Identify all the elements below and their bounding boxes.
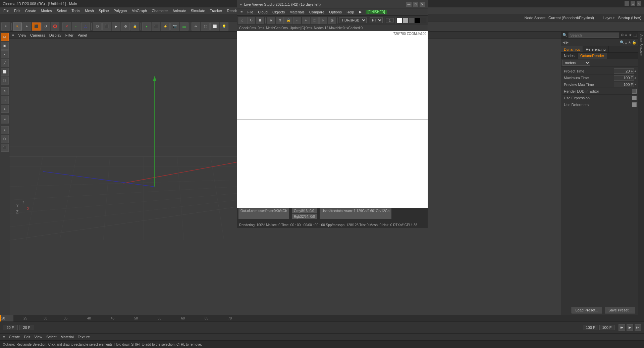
save-preset-button[interactable]: Save Preset... (605, 307, 635, 313)
lv-color-gray[interactable] (403, 18, 408, 23)
search-input[interactable] (569, 33, 619, 38)
toolbar-undo-btn[interactable]: ⭕ (51, 22, 59, 31)
toolbar-floor-btn[interactable]: ▬ (180, 22, 189, 31)
lv-color-white[interactable] (397, 18, 402, 23)
toolbar-sphere-btn[interactable]: ● (142, 22, 151, 31)
menu-animate[interactable]: Animate (170, 8, 188, 13)
lv-menu-compare[interactable]: Compare (307, 9, 326, 15)
start-frame-input[interactable] (19, 325, 34, 330)
end-frame-input[interactable] (583, 325, 598, 330)
attr-tab-dynamics[interactable]: Dynamics (561, 46, 583, 52)
lv-close[interactable]: ✕ (420, 2, 425, 7)
minimize-button[interactable]: — (625, 1, 629, 6)
menu-mograph[interactable]: MoGraph (129, 8, 149, 13)
toolbar-null-btn[interactable]: ⬛ (102, 22, 111, 31)
attr-bookmark-icon[interactable]: ★ (628, 40, 631, 45)
maximize-button[interactable]: □ (631, 1, 635, 6)
lv-color-dark[interactable] (409, 18, 414, 23)
left-btn-deform[interactable]: ↗ (1, 115, 9, 123)
left-btn-layers[interactable]: ≡ (1, 126, 9, 134)
lv-menu-materials[interactable]: Materials (287, 9, 307, 15)
live-viewer-window[interactable]: ● Live Viewer Studio 2021.1.1-(R2) (15 d… (237, 0, 428, 228)
lv-minimize[interactable]: — (406, 2, 412, 7)
current-frame-input[interactable] (3, 325, 18, 330)
bookmark-icon[interactable]: ★ (629, 33, 632, 37)
attr-stepper-preview-up[interactable]: ▲ (634, 83, 637, 86)
lv-render-mode-select[interactable]: PT DL (370, 17, 383, 23)
menu-polygon[interactable]: Polygon (112, 8, 129, 13)
menu-mesh[interactable]: Mesh (83, 8, 96, 13)
toolbar-lock-btn[interactable]: 🔒 (130, 22, 139, 31)
mat-menu-material[interactable]: Material (59, 335, 75, 339)
lv-tool-pause[interactable]: ⏸ (256, 17, 264, 24)
mat-menu-edit[interactable]: Edit (22, 335, 32, 339)
left-btn-poly[interactable]: ⬜ (1, 68, 9, 76)
menu-edit[interactable]: Edit (12, 8, 22, 13)
vp-menu-filter[interactable]: Filter (64, 33, 75, 37)
toolbar-y-btn[interactable]: ○ (72, 22, 80, 31)
attr-nav-back[interactable]: ◀ (562, 40, 565, 45)
vp-menu-icon[interactable]: ≡ (11, 33, 15, 37)
left-btn-s1[interactable]: S (1, 87, 9, 95)
toolbar-light2-btn[interactable]: 💡 (220, 22, 228, 31)
left-btn-point[interactable]: · (1, 50, 9, 58)
menu-create[interactable]: Create (23, 8, 38, 13)
toolbar-play-btn[interactable]: ▶ (112, 22, 120, 31)
toolbar-light-btn[interactable]: ⚡ (161, 22, 170, 31)
attr-sub-octane[interactable]: OctaneRender (578, 53, 607, 59)
attr-checkbox-use-expression[interactable] (632, 96, 637, 100)
attr-stepper-max-up[interactable]: ▲ (634, 76, 637, 79)
left-btn-s3[interactable]: S (1, 105, 9, 113)
timeline-play[interactable]: ▶ (627, 324, 633, 331)
menu-modes[interactable]: Modes (39, 8, 54, 13)
toolbar-cube-btn[interactable]: ⬛ (152, 22, 160, 31)
layout-value[interactable]: Startup (User) (618, 16, 641, 20)
lv-color-picker[interactable] (421, 18, 426, 23)
attr-filter-icon[interactable]: ≡ (625, 41, 627, 45)
left-btn-sculpt[interactable]: ⬛ (1, 144, 9, 152)
node-space-value[interactable]: Current (Standard/Physical) (548, 16, 594, 20)
lv-tool-sphere[interactable]: ○ (293, 17, 301, 24)
lv-menu-icon[interactable]: ≡ (238, 9, 245, 15)
lv-tool-settings[interactable]: ⚙ (276, 17, 284, 24)
toolbar-tex-btn[interactable]: ⬜ (210, 22, 219, 31)
max-frame-input[interactable] (599, 325, 614, 330)
toolbar-scale-btn[interactable]: ↺ (41, 22, 50, 31)
lv-menu-objects[interactable]: Objects (270, 9, 287, 15)
vp-menu-panel[interactable]: Panel (76, 33, 88, 37)
lv-maximize[interactable]: □ (413, 2, 418, 7)
vp-menu-display[interactable]: Display (48, 33, 63, 37)
vp-menu-view[interactable]: View (17, 33, 28, 37)
lv-color-black[interactable] (415, 18, 420, 23)
mat-menu-view[interactable]: View (33, 335, 44, 339)
lv-menu-help[interactable]: Help (344, 9, 356, 15)
lv-samples-input[interactable] (386, 18, 394, 22)
lv-menu-cloud[interactable]: Cloud (256, 9, 270, 15)
left-btn-model[interactable]: M (1, 33, 9, 41)
attr-sub-nodes[interactable]: Nodes (561, 53, 578, 59)
timeline-stop[interactable]: ⏭ (635, 324, 641, 331)
toolbar-menu-icon[interactable]: ≡ (1, 22, 10, 31)
toolbar-move-btn[interactable]: + (22, 22, 31, 31)
lv-tool-box[interactable]: ⬚ (311, 17, 319, 24)
lv-tool-add[interactable]: + (302, 17, 310, 24)
menu-character[interactable]: Character (150, 8, 170, 13)
menu-file[interactable]: File (1, 8, 11, 13)
toolbar-paint-btn[interactable]: ✏ (192, 22, 200, 31)
toolbar-settings-btn[interactable]: ⚙ (121, 22, 130, 31)
toolbar-select-btn[interactable]: ↖ (13, 22, 22, 31)
lv-tool-R[interactable]: R (267, 17, 275, 24)
toolbar-camera-btn[interactable]: 📷 (170, 22, 179, 31)
attr-nav-forward[interactable]: ▶ (566, 40, 569, 45)
left-btn-uv[interactable]: ⬚ (1, 77, 9, 85)
left-btn-geo[interactable]: ⬡ (1, 135, 9, 143)
filter-icon[interactable]: ≡ (625, 33, 627, 37)
attr-checkbox-render-lod[interactable] (632, 89, 637, 94)
attr-stepper-project-time-up[interactable]: ▲ (634, 69, 637, 72)
vp-menu-cameras[interactable]: Cameras (29, 33, 47, 37)
lv-tool-F[interactable]: F (319, 17, 327, 24)
attr-search-icon[interactable]: 🔍 (620, 40, 625, 45)
lv-canvas[interactable]: 726*780 ZOOM:%100 (237, 31, 428, 208)
lv-menu-arrow[interactable]: ▶ (357, 9, 364, 15)
menu-tools[interactable]: Tools (69, 8, 82, 13)
